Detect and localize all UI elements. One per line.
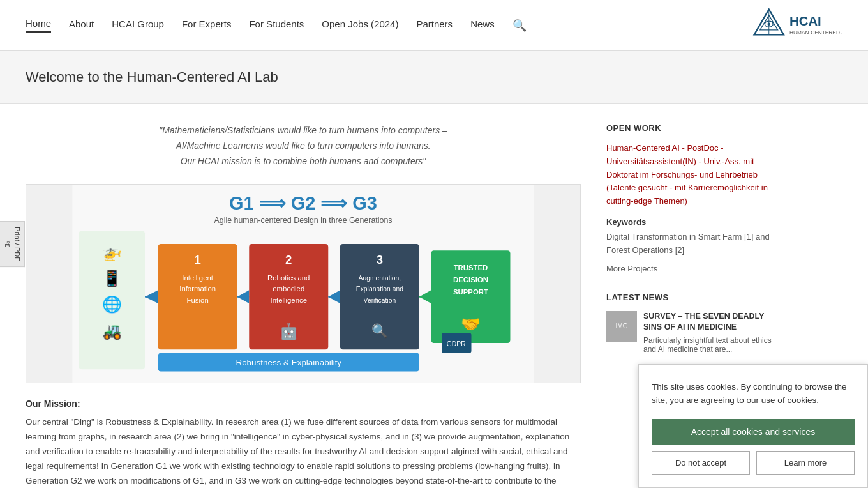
decline-cookies-button[interactable]: Do not accept xyxy=(652,451,750,475)
print-icon: 🖨 xyxy=(3,240,11,247)
quote-line2: AI/Machine Learnerns would like to turn … xyxy=(26,139,581,154)
svg-text:Explanation and: Explanation and xyxy=(356,286,403,293)
svg-text:Intelligent: Intelligent xyxy=(182,274,213,282)
svg-text:SUPPORT: SUPPORT xyxy=(453,288,488,296)
svg-point-4 xyxy=(767,22,770,26)
cookie-secondary-buttons: Do not accept Learn more xyxy=(652,451,855,475)
quote-line1: "Mathematicians/Statisticians would like… xyxy=(26,123,581,139)
news-item-content: SURVEY – THE SEVEN DEADLY SINS OF AI IN … xyxy=(643,311,772,354)
svg-text:🔍: 🔍 xyxy=(371,323,388,339)
svg-text:Fusion: Fusion xyxy=(187,296,209,304)
main-nav: Home About HCAI Group For Experts For St… xyxy=(26,18,527,33)
news-item: IMG SURVEY – THE SEVEN DEADLY SINS OF AI… xyxy=(606,311,772,354)
page-title: Welcome to the Human-Centered AI Lab xyxy=(26,69,842,86)
mission-heading: Our Mission: xyxy=(26,399,581,409)
latest-news-title: LATEST NEWS xyxy=(606,293,772,302)
nav-item-partners[interactable]: Partners xyxy=(416,19,453,32)
cookie-text: This site uses cookies. By continuing to… xyxy=(652,380,855,408)
search-icon[interactable]: 🔍 xyxy=(513,19,527,33)
svg-text:TRUSTED: TRUSTED xyxy=(454,264,488,272)
keywords-title: Keywords xyxy=(606,217,772,227)
diagram-image: G1 ⟹ G2 ⟹ G3 Agile human-centered Design… xyxy=(26,184,581,383)
quote-line3: Our HCAI mission is to combine both huma… xyxy=(26,154,581,169)
site-logo[interactable]: HCAI HUMAN-CENTERED.AI xyxy=(737,6,842,45)
svg-text:G1  ⟹  G2  ⟹  G3: G1 ⟹ G2 ⟹ G3 xyxy=(229,194,377,214)
print-label: Print / PDF xyxy=(13,227,21,261)
svg-text:DECISION: DECISION xyxy=(453,276,488,284)
news-item-subtitle: Particularly insightful text about ethic… xyxy=(643,336,772,354)
svg-text:Augmentation,: Augmentation, xyxy=(359,275,401,282)
nav-item-about[interactable]: About xyxy=(69,19,94,32)
svg-text:Agile human-centered Design in: Agile human-centered Design in three Gen… xyxy=(214,216,393,225)
nav-item-home[interactable]: Home xyxy=(26,18,51,33)
open-work-section: OPEN WORK Human-Centered AI - PostDoc - … xyxy=(606,123,772,273)
learn-more-button[interactable]: Learn more xyxy=(756,451,855,475)
nav-item-for-students[interactable]: For Students xyxy=(249,19,304,32)
svg-text:3: 3 xyxy=(377,253,383,266)
open-work-title: OPEN WORK xyxy=(606,123,772,133)
latest-news-section: LATEST NEWS IMG SURVEY – THE SEVEN DEADL… xyxy=(606,293,772,354)
svg-text:Information: Information xyxy=(179,286,216,293)
content-area: "Mathematicians/Statisticians would like… xyxy=(26,123,581,488)
nav-item-for-experts[interactable]: For Experts xyxy=(182,19,232,32)
nav-item-hcai-group[interactable]: HCAI Group xyxy=(112,19,164,32)
nav-item-open-jobs[interactable]: Open Jobs (2024) xyxy=(322,19,398,32)
accept-cookies-button[interactable]: Accept all cookies and services xyxy=(652,419,855,445)
svg-text:Verification: Verification xyxy=(364,297,396,304)
svg-text:🤝: 🤝 xyxy=(461,316,481,335)
open-work-link[interactable]: Human-Centered AI - PostDoc - Universitä… xyxy=(606,142,772,208)
nav-item-news[interactable]: News xyxy=(470,19,495,32)
page-title-bar: Welcome to the Human-Centered AI Lab xyxy=(0,51,868,104)
svg-text:Robotics and: Robotics and xyxy=(267,274,310,282)
mission-text: Our central "Ding" is Robustness & Expla… xyxy=(26,415,581,488)
svg-text:Robustness & Explainability: Robustness & Explainability xyxy=(236,358,341,368)
svg-text:🤖: 🤖 xyxy=(279,322,299,341)
cookie-banner: This site uses cookies. By continuing to… xyxy=(638,364,868,488)
svg-text:🌐: 🌐 xyxy=(102,296,122,315)
news-item-title: SURVEY – THE SEVEN DEADLY SINS OF AI IN … xyxy=(643,311,772,333)
quote-block: "Mathematicians/Statisticians would like… xyxy=(26,123,581,169)
news-thumbnail: IMG xyxy=(606,311,637,342)
svg-text:🚁: 🚁 xyxy=(102,243,122,262)
print-pdf-button[interactable]: 🖨 Print / PDF xyxy=(0,221,25,267)
svg-text:1: 1 xyxy=(194,253,200,266)
svg-text:HCAI: HCAI xyxy=(789,13,821,27)
site-header: Home About HCAI Group For Experts For St… xyxy=(0,0,868,51)
svg-text:2: 2 xyxy=(285,253,292,266)
svg-text:📱: 📱 xyxy=(102,269,122,288)
svg-text:embodied: embodied xyxy=(273,286,304,293)
svg-text:Intelligence: Intelligence xyxy=(271,296,307,304)
svg-text:🚜: 🚜 xyxy=(102,322,122,341)
svg-text:GDPR: GDPR xyxy=(447,341,466,348)
svg-text:HUMAN-CENTERED.AI: HUMAN-CENTERED.AI xyxy=(789,29,842,36)
keywords-text: Digital Transformation in Smart Farm [1]… xyxy=(606,231,772,257)
more-projects-link[interactable]: More Projects xyxy=(606,264,772,273)
